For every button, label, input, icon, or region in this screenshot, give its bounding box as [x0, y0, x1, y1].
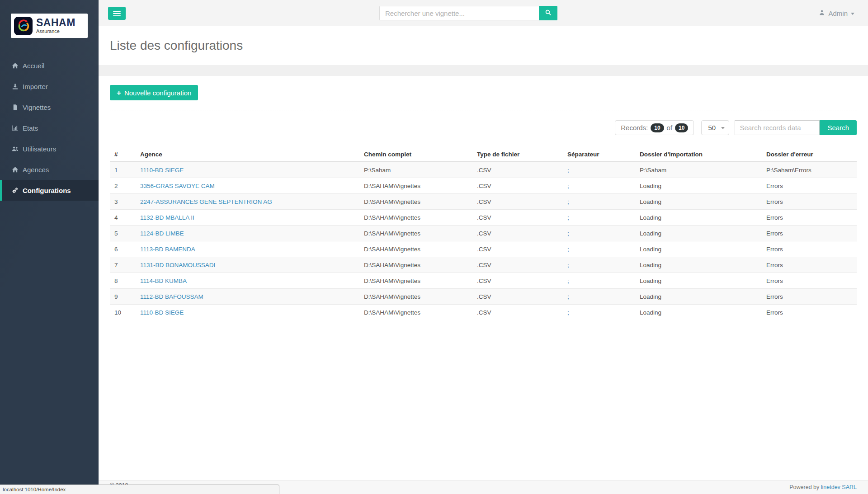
content-panel: + Nouvelle configuration Records: 10 of …: [99, 76, 868, 480]
agence-link[interactable]: 1131-BD BONAMOUSSADI: [140, 262, 215, 268]
agence-link-container: 1113-BD BAMENDA: [136, 241, 359, 257]
new-configuration-button[interactable]: + Nouvelle configuration: [110, 85, 198, 100]
dossier-importation-cell: Loading: [635, 210, 762, 226]
sidebar-item-etats[interactable]: Etats: [0, 118, 99, 138]
page-size-value: 50: [708, 124, 716, 132]
menu-toggle-button[interactable]: [108, 7, 126, 20]
agence-link-container: 1132-BD MBALLA II: [136, 210, 359, 226]
dossier-importation-cell: Loading: [635, 289, 762, 305]
sidebar-item-label: Configurations: [23, 187, 71, 194]
records-counter: Records: 10 of 10: [615, 120, 694, 135]
section-divider: [99, 65, 868, 76]
download-icon: [12, 83, 23, 90]
column-header: Type de fichier: [472, 147, 563, 162]
agence-link[interactable]: 1112-BD BAFOUSSAM: [140, 293, 203, 300]
dossier-importation-cell: Loading: [635, 305, 762, 320]
users-icon: [12, 146, 23, 152]
row-number: 5: [110, 226, 136, 241]
sidebar-item-accueil[interactable]: Accueil: [0, 55, 99, 76]
caret-down-icon: [721, 127, 725, 129]
brand-logo: SAHAM Assurance: [11, 14, 88, 38]
agence-link[interactable]: 1124-BD LIMBE: [140, 230, 184, 237]
chemin-complet-cell: D:\SAHAM\Vignettes: [359, 305, 472, 320]
column-header: Agence: [136, 147, 359, 162]
agence-link-container: 1110-BD SIEGE: [136, 162, 359, 178]
sidebar-item-label: Agences: [23, 166, 49, 174]
dossier-importation-cell: P:\Saham: [635, 162, 762, 178]
user-icon: [819, 9, 825, 17]
records-of-label: of: [667, 124, 673, 132]
agence-link-container: 1110-BD SIEGE: [136, 305, 359, 320]
dossier-erreur-cell: Errors: [762, 305, 857, 320]
agence-link[interactable]: 1110-BD SIEGE: [140, 167, 184, 174]
agence-link[interactable]: 1132-BD MBALLA II: [140, 214, 194, 221]
table-controls: Records: 10 of 10 50 Search: [110, 120, 857, 135]
chemin-complet-cell: P:\Saham: [359, 162, 472, 178]
dossier-importation-cell: Loading: [635, 226, 762, 241]
row-number: 7: [110, 257, 136, 273]
sidebar-item-utilisateurs[interactable]: Utilisateurs: [0, 138, 99, 159]
powered-by-link[interactable]: linetdev SARL: [821, 484, 857, 490]
file-icon: [12, 104, 23, 111]
separateur-cell: ;: [563, 210, 635, 226]
saham-swirl-icon: [14, 17, 33, 35]
dossier-erreur-cell: Errors: [762, 194, 857, 210]
page-header: Liste des configurations: [99, 26, 868, 65]
agence-link[interactable]: 2247-ASSURANCES GENE SEPTENTRION AG: [140, 198, 272, 205]
dossier-erreur-cell: P:\Saham\Errors: [762, 162, 857, 178]
type-fichier-cell: .CSV: [472, 162, 563, 178]
chemin-complet-cell: D:\SAHAM\Vignettes: [359, 241, 472, 257]
type-fichier-cell: .CSV: [472, 241, 563, 257]
sidebar-item-importer[interactable]: Importer: [0, 76, 99, 97]
separateur-cell: ;: [563, 305, 635, 320]
separateur-cell: ;: [563, 162, 635, 178]
chemin-complet-cell: D:\SAHAM\Vignettes: [359, 273, 472, 289]
column-header: Dossier d'importation: [635, 147, 762, 162]
user-menu[interactable]: Admin: [819, 0, 854, 26]
records-search-input[interactable]: [735, 120, 820, 135]
vignette-search-button[interactable]: [539, 6, 557, 20]
row-number: 10: [110, 305, 136, 320]
search-icon: [545, 9, 552, 17]
table-row: 101110-BD SIEGED:\SAHAM\Vignettes.CSV;Lo…: [110, 305, 857, 320]
sidebar-item-agences[interactable]: Agences: [0, 159, 99, 180]
column-header: Chemin complet: [359, 147, 472, 162]
dossier-erreur-cell: Errors: [762, 226, 857, 241]
main-area: Admin Liste des configurations + Nouvell…: [99, 0, 868, 494]
sidebar-item-label: Vignettes: [23, 104, 51, 111]
records-search-button[interactable]: Search: [820, 120, 857, 135]
agence-link[interactable]: 1114-BD KUMBA: [140, 278, 187, 284]
type-fichier-cell: .CSV: [472, 273, 563, 289]
bar-chart-icon: [12, 125, 23, 132]
agence-link[interactable]: 1113-BD BAMENDA: [140, 246, 195, 253]
column-header: #: [110, 147, 136, 162]
agence-link-container: 1112-BD BAFOUSSAM: [136, 289, 359, 305]
application-window: SAHAM Assurance AccueilImporterVignettes…: [0, 0, 868, 494]
table-header-row: #AgenceChemin completType de fichierSépa…: [110, 147, 857, 162]
page-size-select[interactable]: 50: [701, 120, 729, 135]
chemin-complet-cell: D:\SAHAM\Vignettes: [359, 257, 472, 273]
records-count-badge: 10: [651, 123, 664, 132]
sidebar-item-configurations[interactable]: Configurations: [0, 180, 99, 201]
agence-link-container: 1124-BD LIMBE: [136, 226, 359, 241]
chemin-complet-cell: D:\SAHAM\Vignettes: [359, 289, 472, 305]
browser-status-bar: localhost:1010/Home/Index: [0, 485, 279, 494]
user-label: Admin: [828, 9, 848, 17]
home-icon: [12, 62, 23, 69]
plus-icon: +: [117, 89, 121, 97]
configurations-table: #AgenceChemin completType de fichierSépa…: [110, 147, 857, 320]
dossier-erreur-cell: Errors: [762, 289, 857, 305]
records-search: Search: [735, 120, 857, 135]
agence-link[interactable]: 1110-BD SIEGE: [140, 309, 184, 316]
dossier-importation-cell: Loading: [635, 178, 762, 194]
separateur-cell: ;: [563, 178, 635, 194]
separateur-cell: ;: [563, 241, 635, 257]
dossier-importation-cell: Loading: [635, 257, 762, 273]
vignette-search-input[interactable]: [379, 6, 539, 20]
sidebar-item-vignettes[interactable]: Vignettes: [0, 97, 99, 118]
status-url: localhost:1010/Home/Index: [3, 487, 66, 492]
agence-link[interactable]: 3356-GRAS SAVOYE CAM: [140, 183, 215, 189]
gears-icon: [12, 187, 23, 194]
type-fichier-cell: .CSV: [472, 226, 563, 241]
dossier-erreur-cell: Errors: [762, 241, 857, 257]
